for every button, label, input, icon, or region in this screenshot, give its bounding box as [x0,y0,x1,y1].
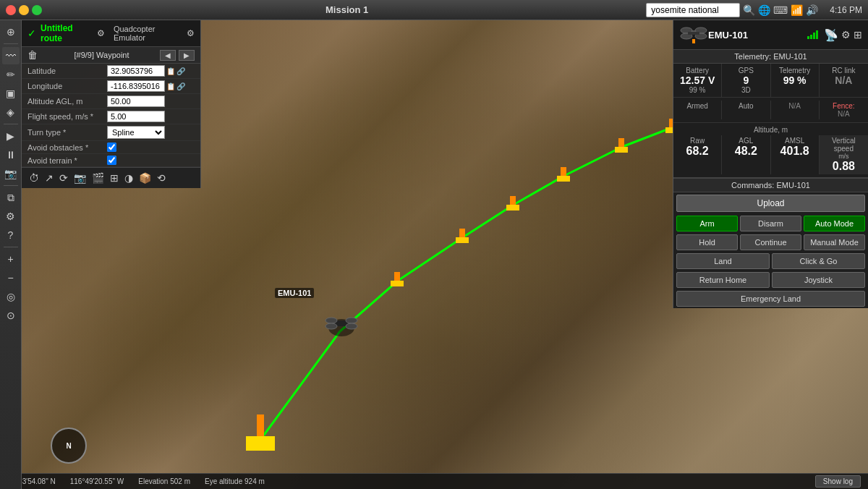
next-waypoint-button[interactable]: ▶ [179,50,195,61]
tool-action-icon[interactable]: ⟳ [58,171,69,185]
lon-copy-icon[interactable]: 📋 [166,82,175,90]
compass-circle: N [51,428,87,464]
clock: 4:16 PM [824,5,868,15]
toolbar-3d-icon[interactable]: ◈ [2,103,20,121]
toolbar-zoom-in-icon[interactable]: + [2,250,20,268]
telemetry-header: Telemetry [775,67,814,75]
land-button[interactable]: Land [676,253,770,269]
fence-value: N/A [822,110,865,118]
upload-button[interactable]: Upload [676,195,865,212]
toolbar-pause-icon[interactable]: ⏸ [2,146,20,163]
svg-line-3 [463,205,514,237]
prev-waypoint-button[interactable]: ◀ [160,50,176,61]
latitude-label: Latitude [27,67,107,75]
avoid-obstacles-checkbox[interactable] [107,143,116,152]
disarm-button[interactable]: Disarm [740,216,801,231]
latitude-row: Latitude 📋 🔗 [22,64,200,79]
click-go-button[interactable]: Click & Go [772,253,865,269]
tool-waypoint-icon[interactable]: ⏱ [27,171,41,185]
tool-video-icon[interactable]: 🎬 [90,171,106,185]
lat-copy-icon[interactable]: 📋 [166,67,175,75]
minimize-button[interactable] [19,5,29,15]
return-home-row: Return Home Joystick [673,271,868,289]
toolbar-draw-icon[interactable]: ✏ [2,66,20,83]
toolbar-route-icon[interactable]: 〰 [2,47,20,64]
flight-speed-input[interactable] [107,111,165,122]
longitude-input[interactable] [107,80,165,92]
keyboard-icon[interactable]: ⌨ [773,4,788,16]
telemetry-grid: Battery 12.57 V 99 % GPS 9 3D Telemetry … [673,64,868,98]
route-settings-icon[interactable]: ⚙ [97,28,105,38]
wifi-icon: 📶 [791,4,803,16]
altitude-input[interactable] [107,95,165,107]
toolbar-location-icon[interactable]: ⊙ [2,307,20,324]
turn-type-row: Turn type * Spline Sharp [22,124,200,141]
svg-rect-38 [688,32,699,35]
manual-mode-button[interactable]: Manual Mode [804,234,865,250]
tool-gimbal-icon[interactable]: ⊞ [109,171,120,185]
waypoint-header: 🗑 [#9/9] Waypoint ◀ ▶ [22,47,200,64]
continue-button[interactable]: Continue [740,234,801,250]
telemetry-section: Telemetry: EMU-101 Battery 12.57 V 99 % … [673,50,868,178]
toolbar-zoom-out-icon[interactable]: − [2,269,20,286]
return-home-button[interactable]: Return Home [676,272,770,288]
bar-1 [807,36,809,39]
toolbar-target-icon[interactable]: ◎ [2,288,20,305]
svg-line-5 [564,147,622,176]
toolbar-separator-2 [4,124,18,124]
svg-line-6 [622,127,673,147]
turn-type-select[interactable]: Spline Sharp [107,126,165,139]
route-name[interactable]: Untitled route [41,23,90,43]
maximize-button[interactable] [32,5,42,15]
drone-settings-icon[interactable]: ⚙ [841,29,851,41]
left-panel: ✓ Untitled route ⚙ Quadcopter Emulator ⚙… [22,20,201,188]
armed-cell: Armed [673,101,722,119]
lat-link-icon[interactable]: 🔗 [176,67,185,75]
gps-type: 3D [726,86,765,94]
toolbar-play-icon[interactable]: ▶ [2,127,20,145]
hold-button[interactable]: Hold [676,234,738,250]
coord2-label: 116°49'20.55" W [70,477,124,485]
altitude-title: Altitude, m [673,126,868,135]
arm-button[interactable]: Arm [676,216,738,231]
search-icon[interactable]: 🔍 [743,4,755,16]
toolbar-help-icon[interactable]: ? [2,226,20,244]
hold-row: Hold Continue Manual Mode [673,233,868,252]
svg-rect-26 [615,147,628,153]
search-input[interactable] [646,3,740,17]
expand-icon[interactable]: ⊞ [854,29,862,41]
tool-camera-icon[interactable]: 📷 [72,171,88,185]
emergency-land-button[interactable]: Emergency Land [676,291,865,307]
latitude-input[interactable] [107,65,165,77]
toolbar-area-icon[interactable]: ▣ [2,85,20,102]
tool-yaw-icon[interactable]: ◑ [123,171,135,185]
status-grid: Armed Auto N/A Fence: N/A [673,98,868,122]
show-log-button[interactable]: Show log [815,475,861,488]
amsl-value: 401.8 [774,145,816,158]
upload-row: Upload [673,192,868,214]
battery-cell: Battery 12.57 V 99 % [673,64,722,97]
delete-waypoint-icon[interactable]: 🗑 [27,49,38,61]
compass: N [51,428,90,467]
bar-2 [810,35,812,39]
svg-point-14 [346,318,357,323]
toolbar-settings-icon[interactable]: ⚙ [2,208,20,225]
auto-mode-button[interactable]: Auto Mode [804,216,865,231]
bar-3 [813,33,815,39]
gps-value: 9 [726,75,765,86]
vehicle-settings-icon[interactable]: ⚙ [187,28,195,38]
globe-icon[interactable]: 🌐 [758,4,770,16]
close-button[interactable] [6,5,16,15]
svg-rect-20 [456,237,469,243]
avoid-obstacles-label: Avoid obstacles * [27,143,107,152]
tool-pointer-icon[interactable]: ↗ [43,171,55,185]
toolbar-layers-icon[interactable]: ⧉ [2,189,20,206]
toolbar-camera-icon[interactable]: 📷 [2,165,20,182]
tool-payload-icon[interactable]: 📦 [137,171,153,185]
avoid-terrain-checkbox[interactable] [107,156,116,165]
svg-rect-39 [692,39,695,43]
joystick-button[interactable]: Joystick [772,272,865,288]
tool-repeat-icon[interactable]: ⟲ [156,171,167,185]
toolbar-map-icon[interactable]: ⊕ [2,23,20,41]
lon-link-icon[interactable]: 🔗 [176,82,185,90]
